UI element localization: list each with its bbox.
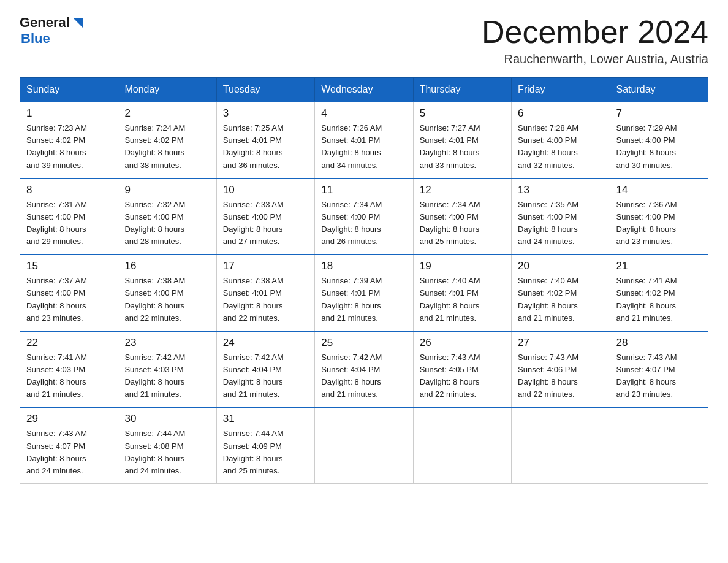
calendar-cell <box>413 407 511 483</box>
day-number: 13 <box>518 184 603 196</box>
day-number: 23 <box>124 337 210 349</box>
day-number: 16 <box>124 260 210 272</box>
calendar-cell: 21 Sunrise: 7:41 AMSunset: 4:02 PMDaylig… <box>610 255 708 331</box>
day-info: Sunrise: 7:44 AMSunset: 4:08 PMDaylight:… <box>124 427 210 477</box>
calendar-cell: 19 Sunrise: 7:40 AMSunset: 4:01 PMDaylig… <box>413 255 511 331</box>
calendar-cell: 16 Sunrise: 7:38 AMSunset: 4:00 PMDaylig… <box>118 255 216 331</box>
calendar-table: SundayMondayTuesdayWednesdayThursdayFrid… <box>20 77 708 484</box>
logo-general-text: General <box>20 15 70 31</box>
day-info: Sunrise: 7:43 AMSunset: 4:05 PMDaylight:… <box>420 351 505 401</box>
calendar-week-row: 15 Sunrise: 7:37 AMSunset: 4:00 PMDaylig… <box>20 255 708 331</box>
calendar-cell: 24 Sunrise: 7:42 AMSunset: 4:04 PMDaylig… <box>216 331 314 408</box>
day-info: Sunrise: 7:43 AMSunset: 4:06 PMDaylight:… <box>518 351 603 401</box>
calendar-header-row: SundayMondayTuesdayWednesdayThursdayFrid… <box>20 78 708 102</box>
calendar-cell <box>315 407 413 483</box>
day-info: Sunrise: 7:42 AMSunset: 4:04 PMDaylight:… <box>321 351 406 401</box>
calendar-header-monday: Monday <box>118 78 216 102</box>
calendar-cell: 18 Sunrise: 7:39 AMSunset: 4:01 PMDaylig… <box>315 255 413 331</box>
calendar-cell <box>610 407 708 483</box>
calendar-cell: 4 Sunrise: 7:26 AMSunset: 4:01 PMDayligh… <box>315 102 413 178</box>
day-number: 19 <box>420 260 505 272</box>
calendar-header-saturday: Saturday <box>610 78 708 102</box>
calendar-header-wednesday: Wednesday <box>315 78 413 102</box>
day-info: Sunrise: 7:27 AMSunset: 4:01 PMDaylight:… <box>420 122 505 172</box>
day-number: 21 <box>616 260 702 272</box>
day-info: Sunrise: 7:36 AMSunset: 4:00 PMDaylight:… <box>616 199 702 248</box>
calendar-cell: 12 Sunrise: 7:34 AMSunset: 4:00 PMDaylig… <box>413 178 511 255</box>
day-info: Sunrise: 7:39 AMSunset: 4:01 PMDaylight:… <box>321 275 406 324</box>
calendar-cell: 23 Sunrise: 7:42 AMSunset: 4:03 PMDaylig… <box>118 331 216 408</box>
calendar-cell: 9 Sunrise: 7:32 AMSunset: 4:00 PMDayligh… <box>118 178 216 255</box>
calendar-week-row: 8 Sunrise: 7:31 AMSunset: 4:00 PMDayligh… <box>20 178 708 255</box>
calendar-cell: 25 Sunrise: 7:42 AMSunset: 4:04 PMDaylig… <box>315 331 413 408</box>
day-info: Sunrise: 7:23 AMSunset: 4:02 PMDaylight:… <box>26 122 112 172</box>
day-info: Sunrise: 7:32 AMSunset: 4:00 PMDaylight:… <box>124 199 210 248</box>
day-info: Sunrise: 7:26 AMSunset: 4:01 PMDaylight:… <box>321 122 406 172</box>
day-info: Sunrise: 7:41 AMSunset: 4:03 PMDaylight:… <box>26 351 112 401</box>
day-info: Sunrise: 7:42 AMSunset: 4:04 PMDaylight:… <box>223 351 308 401</box>
day-number: 25 <box>321 337 406 349</box>
day-number: 4 <box>321 107 406 120</box>
day-info: Sunrise: 7:35 AMSunset: 4:00 PMDaylight:… <box>518 199 603 248</box>
day-number: 11 <box>321 184 406 196</box>
day-number: 31 <box>223 413 308 425</box>
day-number: 29 <box>26 413 112 425</box>
calendar-header-tuesday: Tuesday <box>216 78 314 102</box>
day-info: Sunrise: 7:33 AMSunset: 4:00 PMDaylight:… <box>223 199 308 248</box>
day-info: Sunrise: 7:43 AMSunset: 4:07 PMDaylight:… <box>26 427 112 477</box>
calendar-cell: 28 Sunrise: 7:43 AMSunset: 4:07 PMDaylig… <box>610 331 708 408</box>
day-info: Sunrise: 7:44 AMSunset: 4:09 PMDaylight:… <box>223 427 308 477</box>
calendar-header-friday: Friday <box>512 78 610 102</box>
calendar-cell <box>512 407 610 483</box>
day-info: Sunrise: 7:37 AMSunset: 4:00 PMDaylight:… <box>26 275 112 324</box>
logo-triangle-icon <box>71 16 85 29</box>
day-info: Sunrise: 7:24 AMSunset: 4:02 PMDaylight:… <box>124 122 210 172</box>
day-info: Sunrise: 7:40 AMSunset: 4:02 PMDaylight:… <box>518 275 603 324</box>
day-number: 28 <box>616 337 702 349</box>
day-info: Sunrise: 7:31 AMSunset: 4:00 PMDaylight:… <box>26 199 112 248</box>
day-info: Sunrise: 7:42 AMSunset: 4:03 PMDaylight:… <box>124 351 210 401</box>
svg-marker-0 <box>74 18 83 28</box>
day-number: 15 <box>26 260 112 272</box>
calendar-cell: 7 Sunrise: 7:29 AMSunset: 4:00 PMDayligh… <box>610 102 708 178</box>
day-info: Sunrise: 7:38 AMSunset: 4:00 PMDaylight:… <box>124 275 210 324</box>
day-info: Sunrise: 7:43 AMSunset: 4:07 PMDaylight:… <box>616 351 702 401</box>
calendar-cell: 17 Sunrise: 7:38 AMSunset: 4:01 PMDaylig… <box>216 255 314 331</box>
calendar-cell: 27 Sunrise: 7:43 AMSunset: 4:06 PMDaylig… <box>512 331 610 408</box>
main-title: December 2024 <box>482 15 708 50</box>
day-number: 18 <box>321 260 406 272</box>
calendar-cell: 11 Sunrise: 7:34 AMSunset: 4:00 PMDaylig… <box>315 178 413 255</box>
day-number: 8 <box>26 184 112 196</box>
calendar-cell: 22 Sunrise: 7:41 AMSunset: 4:03 PMDaylig… <box>20 331 118 408</box>
day-number: 27 <box>518 337 603 349</box>
calendar-cell: 8 Sunrise: 7:31 AMSunset: 4:00 PMDayligh… <box>20 178 118 255</box>
day-info: Sunrise: 7:34 AMSunset: 4:00 PMDaylight:… <box>321 199 406 248</box>
calendar-header-thursday: Thursday <box>413 78 511 102</box>
day-number: 1 <box>26 107 112 120</box>
calendar-cell: 3 Sunrise: 7:25 AMSunset: 4:01 PMDayligh… <box>216 102 314 178</box>
calendar-cell: 26 Sunrise: 7:43 AMSunset: 4:05 PMDaylig… <box>413 331 511 408</box>
subtitle: Rauchenwarth, Lower Austria, Austria <box>482 52 708 66</box>
calendar-cell: 5 Sunrise: 7:27 AMSunset: 4:01 PMDayligh… <box>413 102 511 178</box>
page-header: General Blue December 2024 Rauchenwarth,… <box>20 15 708 66</box>
calendar-cell: 10 Sunrise: 7:33 AMSunset: 4:00 PMDaylig… <box>216 178 314 255</box>
calendar-cell: 29 Sunrise: 7:43 AMSunset: 4:07 PMDaylig… <box>20 407 118 483</box>
title-section: December 2024 Rauchenwarth, Lower Austri… <box>482 15 708 66</box>
day-number: 7 <box>616 107 702 120</box>
day-number: 30 <box>124 413 210 425</box>
calendar-cell: 13 Sunrise: 7:35 AMSunset: 4:00 PMDaylig… <box>512 178 610 255</box>
calendar-cell: 6 Sunrise: 7:28 AMSunset: 4:00 PMDayligh… <box>512 102 610 178</box>
calendar-header-sunday: Sunday <box>20 78 118 102</box>
calendar-cell: 30 Sunrise: 7:44 AMSunset: 4:08 PMDaylig… <box>118 407 216 483</box>
logo: General Blue <box>20 15 85 47</box>
day-number: 20 <box>518 260 603 272</box>
day-number: 14 <box>616 184 702 196</box>
day-number: 17 <box>223 260 308 272</box>
day-info: Sunrise: 7:29 AMSunset: 4:00 PMDaylight:… <box>616 122 702 172</box>
day-number: 2 <box>124 107 210 120</box>
calendar-week-row: 22 Sunrise: 7:41 AMSunset: 4:03 PMDaylig… <box>20 331 708 408</box>
calendar-week-row: 29 Sunrise: 7:43 AMSunset: 4:07 PMDaylig… <box>20 407 708 483</box>
day-info: Sunrise: 7:38 AMSunset: 4:01 PMDaylight:… <box>223 275 308 324</box>
calendar-week-row: 1 Sunrise: 7:23 AMSunset: 4:02 PMDayligh… <box>20 102 708 178</box>
day-number: 26 <box>420 337 505 349</box>
